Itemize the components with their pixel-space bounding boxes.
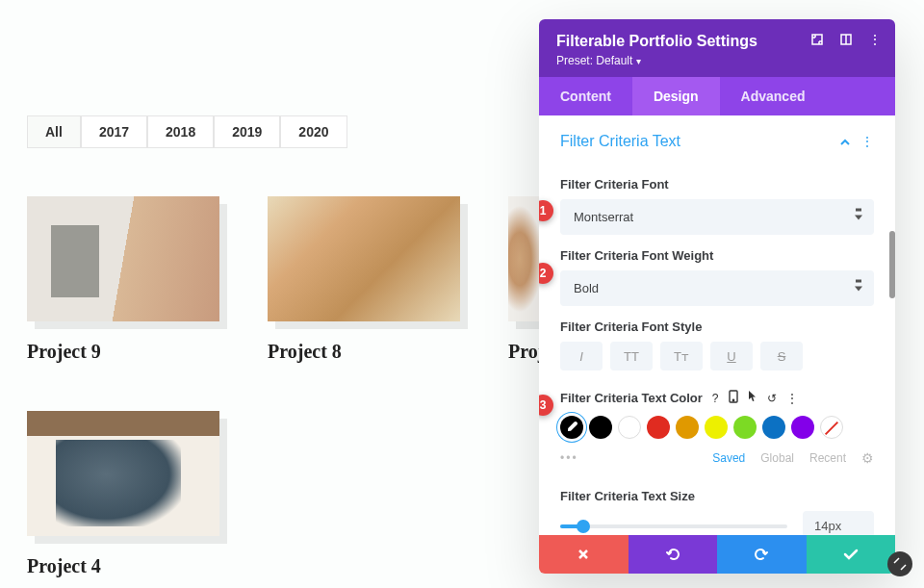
saved-tab[interactable]: Saved <box>712 451 745 465</box>
scrollbar[interactable] <box>889 231 895 298</box>
size-label: Filter Criteria Text Size <box>560 489 874 503</box>
mobile-icon[interactable] <box>729 390 738 406</box>
swatch-blue[interactable] <box>762 416 785 439</box>
tab-content[interactable]: Content <box>539 77 632 115</box>
project-card[interactable]: Project 4 <box>27 411 219 577</box>
more-icon[interactable]: ⋮ <box>786 392 798 405</box>
hover-icon[interactable] <box>748 390 757 406</box>
preset-dropdown[interactable]: Preset: Default <box>556 54 878 67</box>
global-tab[interactable]: Global <box>760 451 794 465</box>
help-icon[interactable]: ? <box>712 392 719 405</box>
expand-icon[interactable] <box>810 33 824 46</box>
smallcaps-button[interactable]: Tᴛ <box>660 342 703 371</box>
filter-all[interactable]: All <box>27 115 81 148</box>
style-label: Filter Criteria Font Style <box>560 320 874 334</box>
redo-button[interactable] <box>717 535 807 574</box>
more-icon[interactable]: ⋮ <box>860 134 874 149</box>
swatch-red[interactable] <box>647 416 670 439</box>
project-thumbnail <box>27 196 219 321</box>
project-card[interactable]: Project 8 <box>268 196 460 363</box>
filter-2017[interactable]: 2017 <box>81 115 147 148</box>
swatch-orange[interactable] <box>676 416 699 439</box>
size-control: 14px <box>560 511 874 535</box>
cancel-button[interactable] <box>539 535 629 574</box>
font-label: Filter Criteria Font <box>560 177 874 192</box>
strikethrough-button[interactable]: S <box>760 342 803 371</box>
italic-button[interactable]: I <box>560 342 603 371</box>
save-button[interactable] <box>807 535 896 574</box>
slider-thumb[interactable] <box>577 520 590 533</box>
panel-footer <box>539 535 895 574</box>
filter-2020[interactable]: 2020 <box>280 115 346 148</box>
weight-label: Filter Criteria Font Weight <box>560 248 874 263</box>
svg-point-4 <box>732 399 733 400</box>
swatch-yellow[interactable] <box>705 416 728 439</box>
swatch-white[interactable] <box>618 416 641 439</box>
filter-2019[interactable]: 2019 <box>214 115 280 148</box>
panel-header-actions: ⋮ <box>810 33 882 46</box>
style-button-group: I TT Tᴛ U S <box>560 342 874 371</box>
swatch-black[interactable] <box>589 416 612 439</box>
section-title: Filter Criteria Text <box>560 133 680 150</box>
size-slider[interactable] <box>560 524 787 528</box>
settings-panel: 1 2 3 Filterable Portfolio Settings Pres… <box>539 19 895 574</box>
color-picker-button[interactable] <box>560 416 583 439</box>
tab-advanced[interactable]: Advanced <box>720 77 827 115</box>
collapse-icon[interactable] <box>839 134 851 149</box>
panel-tabs: Content Design Advanced <box>539 77 895 115</box>
swatch-green[interactable] <box>733 416 757 439</box>
project-title: Project 9 <box>27 341 219 363</box>
project-title: Project 4 <box>27 555 219 577</box>
svg-rect-0 <box>812 35 822 44</box>
size-input[interactable]: 14px <box>803 511 874 535</box>
project-thumbnail <box>27 411 219 536</box>
filter-2018[interactable]: 2018 <box>147 115 214 148</box>
swatch-transparent[interactable] <box>820 416 843 439</box>
color-label: Filter Criteria Text Color <box>560 391 703 405</box>
project-thumbnail <box>268 196 460 321</box>
uppercase-button[interactable]: TT <box>610 342 653 371</box>
color-swatches <box>560 416 874 439</box>
undo-button[interactable] <box>629 535 718 574</box>
reset-icon[interactable]: ↺ <box>767 392 777 405</box>
panel-header: Filterable Portfolio Settings Preset: De… <box>539 19 895 77</box>
color-label-row: Filter Criteria Text Color ? ↺ ⋮ <box>560 390 874 406</box>
tab-design[interactable]: Design <box>632 77 720 115</box>
more-swatches-icon[interactable]: ••• <box>560 451 578 465</box>
project-card[interactable]: Project 9 <box>27 196 219 363</box>
underline-button[interactable]: U <box>710 342 753 371</box>
more-icon[interactable]: ⋮ <box>868 33 882 46</box>
gear-icon[interactable]: ⚙ <box>861 450 874 466</box>
panel-body[interactable]: Filter Criteria Text ⋮ Filter Criteria F… <box>539 115 895 535</box>
swatch-purple[interactable] <box>791 416 814 439</box>
recent-tab[interactable]: Recent <box>809 451 846 465</box>
section-header[interactable]: Filter Criteria Text ⋮ <box>560 115 874 164</box>
columns-icon[interactable] <box>839 33 853 46</box>
project-title: Project 8 <box>268 341 460 363</box>
section-actions: ⋮ <box>839 134 874 149</box>
resize-handle[interactable] <box>887 551 912 576</box>
color-tabs: ••• Saved Global Recent ⚙ <box>560 450 874 466</box>
font-select[interactable]: Montserrat <box>560 199 874 235</box>
weight-select[interactable]: Bold <box>560 270 874 306</box>
